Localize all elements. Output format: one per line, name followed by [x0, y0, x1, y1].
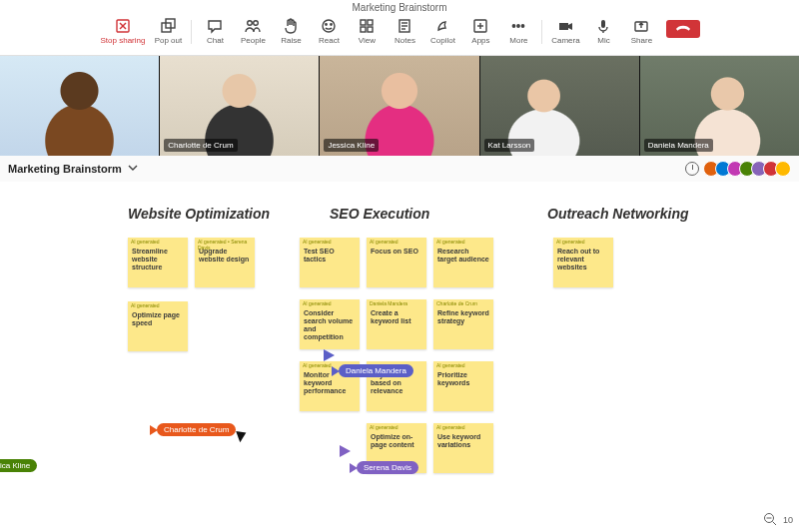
mic-button[interactable]: Mic: [586, 16, 620, 46]
sticky-note[interactable]: Optimize page speed: [128, 301, 188, 351]
svg-rect-10: [361, 20, 366, 25]
apps-button[interactable]: Apps: [463, 16, 497, 46]
share-icon: [632, 17, 650, 35]
svg-point-8: [326, 24, 327, 25]
sticky-note[interactable]: Streamline website structure: [128, 238, 188, 287]
sticky-note[interactable]: Consider search volume and competition: [300, 299, 360, 349]
remote-cursor-label: Daniela Mandera: [339, 364, 413, 377]
svg-point-23: [522, 25, 524, 27]
sticky-note[interactable]: Prioritize keywords: [433, 361, 493, 411]
svg-point-22: [517, 25, 519, 27]
svg-point-21: [513, 25, 515, 27]
camera-button[interactable]: Camera: [548, 16, 582, 46]
participant-name: Kat Larsson: [484, 139, 535, 152]
leave-button[interactable]: [666, 20, 700, 38]
remote-cursor-label: ica Kline: [0, 459, 37, 472]
pop-out-icon: [159, 17, 177, 35]
react-button[interactable]: React: [312, 16, 346, 46]
remote-cursor-label: Charlotte de Crum: [157, 423, 236, 436]
whiteboard-canvas[interactable]: 10 Website OptimizationSEO ExecutionOutr…: [0, 182, 799, 532]
chat-icon: [206, 17, 224, 35]
more-button[interactable]: More: [501, 16, 535, 46]
copilot-button[interactable]: Copilot: [425, 16, 459, 46]
whiteboard-title[interactable]: Marketing Brainstorm: [8, 163, 122, 175]
pop-out-button[interactable]: Pop out: [151, 16, 185, 46]
chevron-down-icon[interactable]: [128, 163, 138, 175]
share-button[interactable]: Share: [624, 16, 658, 46]
camera-icon: [556, 17, 574, 35]
column-title: SEO Execution: [330, 206, 429, 222]
remote-cursor-label: Serena Davis: [357, 461, 418, 474]
people-button[interactable]: People: [236, 16, 270, 46]
participant-video[interactable]: Kat Larsson: [480, 56, 640, 156]
participant-video[interactable]: Jessica Kline: [320, 56, 479, 156]
remote-cursor: ica Kline: [0, 459, 37, 472]
participant-name: Daniela Mandera: [644, 139, 713, 152]
presence-avatar[interactable]: [775, 161, 791, 177]
notes-icon: [396, 17, 413, 35]
sticky-note[interactable]: Focus on SEO: [367, 238, 426, 287]
meeting-toolbar: Stop sharingPop outChatPeopleRaiseReactV…: [0, 16, 799, 55]
sticky-note[interactable]: Reach out to relevant websites: [553, 238, 613, 287]
whiteboard-header: Marketing Brainstorm: [0, 156, 799, 182]
zoom-out-icon[interactable]: [763, 512, 777, 528]
remote-cursor: Serena Davis: [350, 461, 418, 474]
participant-name: Jessica Kline: [324, 139, 379, 152]
svg-rect-11: [368, 20, 373, 25]
presence-avatars[interactable]: [707, 161, 791, 177]
svg-rect-24: [601, 20, 605, 28]
more-icon: [509, 17, 527, 35]
cursor-icon: [236, 428, 249, 442]
copilot-icon: [433, 17, 451, 35]
chat-button[interactable]: Chat: [198, 16, 232, 46]
remote-cursor-icon: [340, 445, 351, 457]
timer-icon[interactable]: [685, 162, 699, 176]
zoom-control[interactable]: 10: [763, 512, 793, 528]
svg-point-7: [323, 20, 335, 32]
sticky-note[interactable]: Create a keyword list: [367, 299, 426, 349]
people-icon: [244, 17, 262, 35]
sticky-note[interactable]: Upgrade website design: [195, 238, 255, 287]
column-title: Website Optimization: [128, 206, 270, 222]
meeting-topbar: Marketing Brainstorm Stop sharingPop out…: [0, 0, 799, 56]
remote-cursor: Daniela Mandera: [332, 364, 413, 377]
svg-point-6: [254, 20, 259, 25]
participant-video[interactable]: [0, 56, 160, 156]
svg-point-9: [331, 24, 332, 25]
svg-rect-12: [361, 27, 366, 32]
notes-button[interactable]: Notes: [388, 16, 421, 46]
participant-video[interactable]: Charlotte de Crum: [160, 56, 320, 156]
video-strip: Charlotte de CrumJessica KlineKat Larsso…: [0, 56, 799, 156]
participant-video[interactable]: Daniela Mandera: [640, 56, 799, 156]
meeting-title: Marketing Brainstorm: [352, 2, 446, 16]
svg-line-27: [772, 522, 776, 526]
sticky-note[interactable]: Refine keyword strategy: [433, 299, 493, 349]
react-icon: [320, 17, 338, 35]
svg-point-5: [248, 20, 253, 25]
participant-name: Charlotte de Crum: [164, 139, 237, 152]
raise-button[interactable]: Raise: [274, 16, 308, 46]
svg-rect-13: [368, 27, 373, 32]
view-icon: [358, 17, 376, 35]
apps-icon: [471, 17, 489, 35]
sticky-note[interactable]: Research target audience: [433, 238, 493, 287]
sticky-note[interactable]: Test SEO tactics: [300, 238, 360, 287]
zoom-value: 10: [783, 515, 793, 525]
view-button[interactable]: View: [350, 16, 384, 46]
remote-cursor-icon: [324, 349, 335, 361]
mic-icon: [594, 17, 612, 35]
stop-sharing-button[interactable]: Stop sharing: [99, 16, 148, 46]
stop-sharing-icon: [114, 17, 132, 35]
remote-cursor: Charlotte de Crum: [150, 423, 236, 436]
sticky-note[interactable]: Use keyword variations: [433, 423, 493, 473]
raise-icon: [282, 17, 300, 35]
column-title: Outreach Networking: [547, 206, 689, 222]
